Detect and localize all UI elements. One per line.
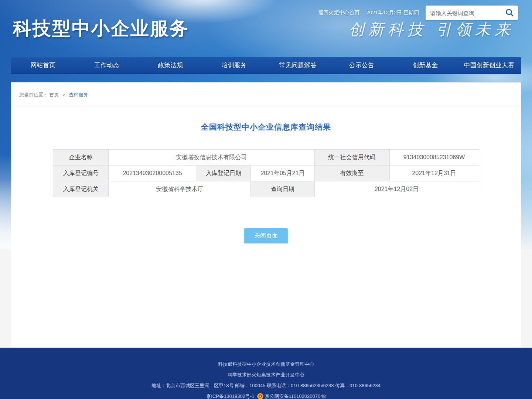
page-title: 全国科技型中小企业信息库查询结果 (11, 122, 521, 132)
reg-number-value: 202134030200005135 (109, 166, 196, 181)
torch-center-home-link[interactable]: 返回火炬中心首页 (318, 10, 360, 16)
search-input[interactable] (430, 10, 504, 16)
credit-code-label: 统一社会信用代码 (314, 150, 389, 166)
content-panel: 您当前位置： 首页 > 查询服务 全国科技型中小企业信息库查询结果 企业名称 安… (11, 82, 521, 348)
nav-item-innovation-fund[interactable]: 创新基金 (393, 57, 457, 73)
search-box (426, 6, 518, 20)
query-date-label: 查询日期 (251, 181, 314, 197)
icp-record-link[interactable]: 京ICP备13019302号-1 (206, 393, 254, 399)
footer-org-line2: 科学技术部火炬高技术产业开发中心 (0, 369, 532, 380)
table-row: 企业名称 安徽塔孜信息技术有限公司 统一社会信用代码 9134030008523… (53, 150, 479, 166)
breadcrumb-separator: > (62, 92, 65, 98)
table-row: 入库登记机关 安徽省科学技术厅 查询日期 2021年12月02日 (53, 181, 479, 197)
query-date-value: 2021年12月02日 (314, 181, 479, 197)
page-footer: 科技部科技型中小企业技术创新基金管理中心 科学技术部火炬高技术产业开发中心 地址… (0, 348, 532, 399)
reg-authority-label: 入库登记机关 (53, 181, 109, 197)
nav-item-faq[interactable]: 常见问题解答 (266, 57, 330, 73)
table-row: 入库登记编号 202134030200005135 入库登记日期 2021年05… (53, 166, 479, 181)
nav-item-competition[interactable]: 中国创新创业大赛 (457, 57, 521, 73)
search-icon (505, 8, 514, 18)
reg-number-label: 入库登记编号 (53, 166, 109, 181)
nav-item-training[interactable]: 培训服务 (202, 57, 266, 73)
top-bar: 返回火炬中心首页 2021年12月2日 星期四 (318, 5, 518, 21)
breadcrumb-home-link[interactable]: 首页 (50, 92, 59, 98)
search-button[interactable] (504, 7, 515, 18)
breadcrumb: 您当前位置： 首页 > 查询服务 (11, 82, 521, 106)
nav-item-policies[interactable]: 政策法规 (139, 57, 202, 73)
credit-code-value: 91340300085231069W (389, 150, 479, 166)
button-row: 关闭页面 (11, 228, 521, 243)
valid-until-value: 2021年12月31日 (389, 166, 479, 181)
valid-until-label: 有效期至 (314, 166, 389, 181)
company-name-value: 安徽塔孜信息技术有限公司 (109, 150, 314, 166)
reg-date-value: 2021年05月21日 (251, 166, 314, 181)
main-navigation: 网站首页 工作动态 政策法规 培训服务 常见问题解答 公示公告 创新基金 中国创… (11, 57, 521, 74)
footer-record-line: 京ICP备13019302号-1 京公网安备11010202007048 (0, 391, 532, 399)
nav-item-home[interactable]: 网站首页 (11, 57, 75, 73)
police-badge-icon (257, 392, 263, 399)
close-page-button[interactable]: 关闭页面 (244, 228, 288, 243)
breadcrumb-current-link[interactable]: 查询服务 (69, 92, 88, 98)
police-record-link[interactable]: 京公网安备11010202007048 (265, 393, 325, 399)
footer-org-line1: 科技部科技型中小企业技术创新基金管理中心 (0, 359, 532, 369)
site-slogan: 创新科技 引领未来 (349, 19, 514, 40)
breadcrumb-prefix: 您当前位置： (19, 92, 48, 98)
current-date: 2021年12月2日 星期四 (366, 10, 419, 16)
query-result-table: 企业名称 安徽塔孜信息技术有限公司 统一社会信用代码 9134030008523… (53, 149, 479, 197)
footer-contact-line: 地址：北京市西城区三里河二区甲18号 邮编：100045 联系电话：010-88… (0, 380, 532, 391)
site-logo: 科技型中小企业服务 (13, 16, 189, 41)
company-name-label: 企业名称 (53, 150, 109, 166)
reg-authority-value: 安徽省科学技术厅 (109, 181, 251, 197)
nav-item-announcements[interactable]: 公示公告 (330, 57, 394, 73)
nav-item-work-news[interactable]: 工作动态 (75, 57, 139, 73)
reg-date-label: 入库登记日期 (196, 166, 251, 181)
